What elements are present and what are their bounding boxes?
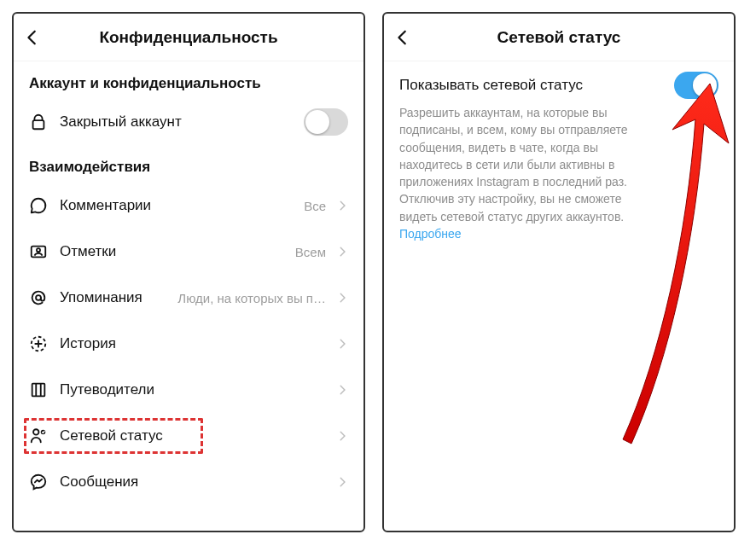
chevron-right-icon xyxy=(331,384,348,396)
svg-point-6 xyxy=(33,429,38,434)
chevron-right-icon xyxy=(331,246,348,258)
content: Показывать сетевой статус Разрешить акка… xyxy=(384,61,734,531)
section-account-title: Аккаунт и конфиденциальность xyxy=(14,61,363,99)
comments-label: Комментарии xyxy=(60,197,151,214)
chevron-right-icon xyxy=(331,292,348,304)
story-label: История xyxy=(60,335,116,352)
chevron-right-icon xyxy=(331,476,348,488)
at-icon xyxy=(29,288,55,307)
tag-icon xyxy=(29,242,55,261)
chevron-right-icon xyxy=(331,430,348,442)
learn-more-link[interactable]: Подробнее xyxy=(399,227,462,241)
svg-rect-5 xyxy=(32,384,45,397)
row-private-account[interactable]: Закрытый аккаунт xyxy=(14,99,363,145)
row-story[interactable]: История xyxy=(14,321,363,367)
row-comments[interactable]: Комментарии Все xyxy=(14,183,363,229)
messenger-icon xyxy=(29,473,55,491)
section-interact-title: Взаимодействия xyxy=(14,145,363,183)
tags-value: Всем xyxy=(295,245,326,259)
guides-icon xyxy=(29,380,55,399)
mentions-value: Люди, на которых вы п… xyxy=(177,291,326,305)
row-mentions[interactable]: Упоминания Люди, на которых вы п… xyxy=(14,275,363,321)
story-icon xyxy=(29,334,55,353)
svg-point-2 xyxy=(37,248,40,252)
show-activity-toggle[interactable] xyxy=(674,72,718,99)
activity-description: Разрешить аккаунтам, на которые вы подпи… xyxy=(399,104,655,225)
activity-label: Сетевой статус xyxy=(60,427,163,444)
content: Аккаунт и конфиденциальность Закрытый ак… xyxy=(14,61,363,531)
page-title: Конфиденциальность xyxy=(14,28,363,47)
row-guides[interactable]: Путеводители xyxy=(14,367,363,413)
tags-label: Отметки xyxy=(60,243,116,260)
row-messages[interactable]: Сообщения xyxy=(14,459,363,505)
header: Сетевой статус xyxy=(384,14,734,61)
row-activity-status[interactable]: Сетевой статус xyxy=(14,413,363,459)
comment-icon xyxy=(29,196,55,215)
activity-icon xyxy=(29,427,55,445)
chevron-right-icon xyxy=(331,338,348,350)
show-activity-label: Показывать сетевой статус xyxy=(399,72,674,94)
chevron-right-icon xyxy=(331,200,348,212)
row-tags[interactable]: Отметки Всем xyxy=(14,229,363,275)
messages-label: Сообщения xyxy=(60,473,138,491)
mentions-label: Упоминания xyxy=(60,289,142,306)
lock-icon xyxy=(29,113,55,131)
private-account-toggle[interactable] xyxy=(304,108,348,136)
back-button[interactable] xyxy=(14,28,51,47)
back-button[interactable] xyxy=(384,28,422,47)
chevron-left-icon xyxy=(393,28,412,47)
comments-value: Все xyxy=(304,199,326,213)
header: Конфиденциальность xyxy=(14,14,363,61)
private-account-label: Закрытый аккаунт xyxy=(60,113,182,131)
page-title: Сетевой статус xyxy=(384,28,734,47)
activity-status-screen: Сетевой статус Показывать сетевой статус… xyxy=(382,12,736,532)
svg-rect-0 xyxy=(33,120,44,129)
privacy-screen: Конфиденциальность Аккаунт и конфиденциа… xyxy=(12,12,365,532)
chevron-left-icon xyxy=(23,28,42,47)
guides-label: Путеводители xyxy=(60,381,154,398)
